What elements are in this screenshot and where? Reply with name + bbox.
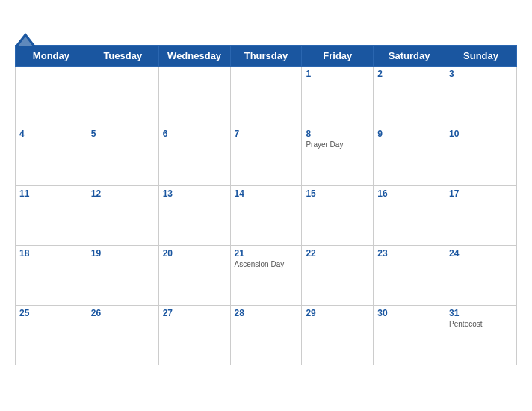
day-number: 18 xyxy=(19,248,83,259)
calendar-cell: 6 xyxy=(158,126,230,185)
day-number: 19 xyxy=(91,248,155,259)
week-row-2: 45678Prayer Day910 xyxy=(16,126,517,185)
day-number: 14 xyxy=(235,188,298,199)
calendar-cell: 21Ascension Day xyxy=(230,245,302,305)
day-number: 20 xyxy=(163,248,226,259)
day-number: 13 xyxy=(163,188,226,199)
weekday-header-wednesday: Wednesday xyxy=(158,45,230,66)
calendar-cell: 26 xyxy=(87,305,158,365)
calendar-cell xyxy=(16,66,87,126)
day-number: 28 xyxy=(235,308,298,318)
day-number: 3 xyxy=(449,69,513,79)
calendar-cell: 1 xyxy=(302,66,374,126)
day-number: 22 xyxy=(306,248,369,259)
day-number: 9 xyxy=(377,129,441,139)
day-number: 5 xyxy=(91,129,155,139)
calendar-cell: 9 xyxy=(374,126,445,185)
day-number: 6 xyxy=(163,129,226,139)
day-number: 15 xyxy=(306,188,369,199)
calendar-grid: MondayTuesdayWednesdayThursdayFridaySatu… xyxy=(15,45,517,365)
day-number: 7 xyxy=(235,129,298,139)
calendar-cell: 5 xyxy=(87,126,158,185)
calendar-cell: 31Pentecost xyxy=(445,305,517,365)
logo-icon xyxy=(15,33,36,46)
week-row-3: 11121314151617 xyxy=(16,185,517,245)
day-number: 21 xyxy=(235,248,298,259)
calendar-cell: 24 xyxy=(445,245,517,305)
weekday-header-friday: Friday xyxy=(302,45,374,66)
calendar-cell: 10 xyxy=(445,126,517,185)
calendar-cell: 3 xyxy=(445,66,517,126)
holiday-name: Pentecost xyxy=(449,320,513,328)
day-number: 4 xyxy=(19,129,83,139)
calendar-cell: 18 xyxy=(16,245,87,305)
calendar-cell: 12 xyxy=(87,185,158,245)
calendar-cell: 13 xyxy=(158,185,230,245)
day-number: 31 xyxy=(449,308,513,318)
day-number: 1 xyxy=(306,69,369,79)
day-number: 8 xyxy=(306,129,369,139)
day-number: 10 xyxy=(449,129,513,139)
calendar-cell xyxy=(87,66,158,126)
holiday-name: Prayer Day xyxy=(306,140,369,149)
calendar-wrapper: MondayTuesdayWednesdayThursdayFridaySatu… xyxy=(0,31,532,380)
calendar-cell: 28 xyxy=(230,305,302,365)
calendar-cell xyxy=(230,66,302,126)
weekday-header-thursday: Thursday xyxy=(230,45,302,66)
calendar-cell: 2 xyxy=(374,66,445,126)
calendar-cell: 17 xyxy=(445,185,517,245)
logo xyxy=(15,31,36,46)
calendar-cell: 23 xyxy=(374,245,445,305)
day-number: 25 xyxy=(19,308,83,318)
holiday-name: Ascension Day xyxy=(235,260,298,268)
calendar-cell: 16 xyxy=(374,185,445,245)
weekday-header-row: MondayTuesdayWednesdayThursdayFridaySatu… xyxy=(16,45,517,66)
calendar-cell: 29 xyxy=(302,305,374,365)
day-number: 29 xyxy=(306,308,369,318)
calendar-cell: 27 xyxy=(158,305,230,365)
day-number: 2 xyxy=(377,69,441,79)
day-number: 24 xyxy=(449,248,513,259)
calendar-cell: 30 xyxy=(374,305,445,365)
calendar-cell: 25 xyxy=(16,305,87,365)
weekday-header-sunday: Sunday xyxy=(445,45,517,66)
weekday-header-tuesday: Tuesday xyxy=(87,45,158,66)
calendar-cell: 20 xyxy=(158,245,230,305)
calendar-cell: 19 xyxy=(87,245,158,305)
day-number: 16 xyxy=(377,188,441,199)
calendar-cell: 11 xyxy=(16,185,87,245)
day-number: 26 xyxy=(91,308,155,318)
calendar-cell: 15 xyxy=(302,185,374,245)
calendar-cell: 8Prayer Day xyxy=(302,126,374,185)
calendar-cell xyxy=(158,66,230,126)
calendar-cell: 7 xyxy=(230,126,302,185)
weekday-header-monday: Monday xyxy=(16,45,87,66)
calendar-cell: 22 xyxy=(302,245,374,305)
day-number: 30 xyxy=(377,308,441,318)
day-number: 23 xyxy=(377,248,441,259)
day-number: 17 xyxy=(449,188,513,199)
day-number: 11 xyxy=(19,188,83,199)
day-number: 12 xyxy=(91,188,155,199)
week-row-5: 25262728293031Pentecost xyxy=(16,305,517,365)
calendar-cell: 4 xyxy=(16,126,87,185)
weekday-header-saturday: Saturday xyxy=(374,45,445,66)
week-row-4: 18192021Ascension Day222324 xyxy=(16,245,517,305)
day-number: 27 xyxy=(163,308,226,318)
calendar-cell: 14 xyxy=(230,185,302,245)
week-row-1: 123 xyxy=(16,66,517,126)
